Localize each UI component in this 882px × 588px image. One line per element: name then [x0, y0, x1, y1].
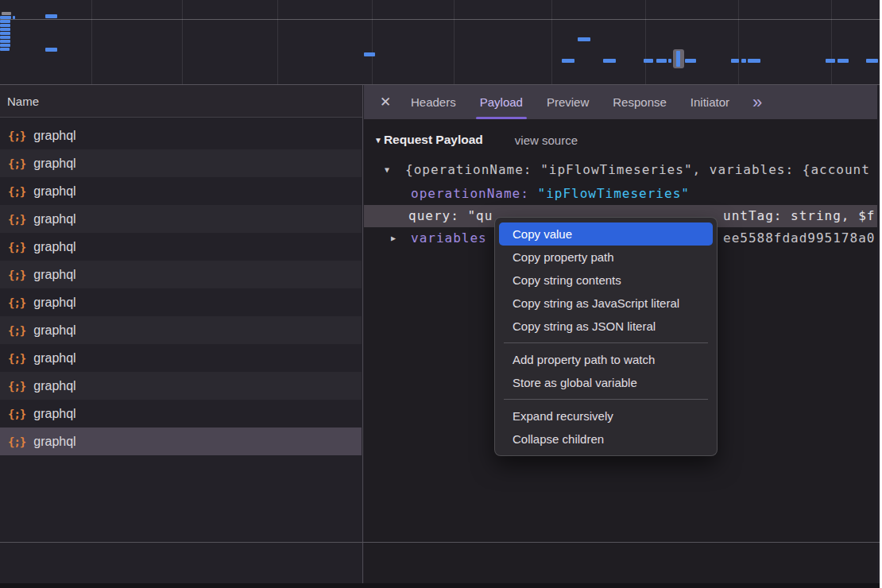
request-name: graphql: [33, 407, 75, 421]
waterfall-bar[interactable]: [0, 48, 10, 51]
request-row[interactable]: {;}graphql: [0, 233, 362, 261]
devtools-network-panel: Name {;}graphql{;}graphql{;}graphql{;}gr…: [0, 0, 880, 588]
menu-item-collapse-children[interactable]: Collapse children: [499, 427, 713, 451]
json-braces-icon: {;}: [8, 241, 25, 253]
menu-item-store-as-global-variable[interactable]: Store as global variable: [499, 371, 713, 394]
waterfall-bar[interactable]: [0, 40, 10, 43]
waterfall-bar[interactable]: [741, 59, 746, 63]
section-collapse-icon[interactable]: ▼: [374, 136, 382, 145]
waterfall-bar[interactable]: [748, 59, 760, 63]
variables-text-right: ee5588fdad995178a0: [723, 227, 875, 250]
waterfall-bar[interactable]: [826, 59, 835, 63]
waterfall-bar[interactable]: [866, 59, 878, 63]
request-row[interactable]: {;}graphql: [0, 205, 362, 233]
overview-selected-marker[interactable]: [673, 49, 684, 68]
expand-arrow-icon[interactable]: ▶: [391, 227, 396, 250]
request-name: graphql: [33, 323, 75, 338]
requests-panel: Name {;}graphql{;}graphql{;}graphql{;}gr…: [0, 85, 363, 583]
json-braces-icon: {;}: [8, 269, 25, 281]
tab-payload[interactable]: Payload: [468, 85, 535, 119]
request-row[interactable]: {;}graphql: [0, 372, 362, 400]
tab-initiator[interactable]: Initiator: [679, 85, 741, 119]
waterfall-bar[interactable]: [668, 59, 671, 63]
waterfall-bar[interactable]: [644, 59, 653, 63]
request-row[interactable]: {;}graphql: [0, 316, 362, 344]
request-name: graphql: [33, 129, 75, 143]
tab-headers[interactable]: Headers: [399, 85, 468, 119]
json-braces-icon: {;}: [8, 324, 25, 337]
name-column-header[interactable]: Name: [0, 85, 362, 118]
waterfall-bar[interactable]: [562, 59, 574, 63]
waterfall-bar[interactable]: [731, 59, 739, 63]
request-row[interactable]: {;}graphql: [0, 261, 362, 288]
request-name: graphql: [33, 379, 75, 393]
menu-separator: [504, 342, 708, 343]
json-braces-icon: {;}: [8, 408, 25, 420]
tabs-container: HeadersPayloadPreviewResponseInitiator: [399, 85, 741, 119]
waterfall-bar[interactable]: [578, 37, 590, 41]
tab-bar: ✕ HeadersPayloadPreviewResponseInitiator…: [364, 85, 877, 119]
overview-gridline: [645, 0, 646, 84]
menu-item-copy-string-contents[interactable]: Copy string contents: [499, 269, 713, 292]
waterfall-bar[interactable]: [0, 36, 10, 39]
collapse-arrow-icon[interactable]: ▼: [385, 159, 389, 181]
section-title: Request Payload: [384, 133, 483, 147]
waterfall-bar[interactable]: [0, 28, 10, 31]
overview-gridline: [738, 0, 739, 84]
request-row[interactable]: {;}graphql: [0, 177, 362, 205]
request-name: graphql: [33, 240, 75, 254]
more-tabs-icon[interactable]: »: [752, 85, 762, 119]
overview-gridline: [0, 19, 880, 20]
payload-root-row[interactable]: ▼ {operationName: "ipFlowTimeseries", va…: [364, 159, 877, 181]
operation-name-row[interactable]: operationName: "ipFlowTimeseries": [364, 183, 877, 205]
request-name: graphql: [33, 157, 75, 171]
waterfall-bar[interactable]: [0, 16, 11, 19]
request-name: graphql: [33, 435, 75, 449]
request-row[interactable]: {;}graphql: [0, 288, 362, 316]
request-row[interactable]: {;}graphql: [0, 427, 362, 455]
waterfall-bar: [676, 51, 680, 67]
overview-gridline: [551, 0, 552, 84]
menu-item-copy-property-path[interactable]: Copy property path: [499, 246, 713, 269]
waterfall-bar[interactable]: [364, 52, 375, 56]
request-row[interactable]: {;}graphql: [0, 122, 362, 149]
request-row[interactable]: {;}graphql: [0, 344, 362, 372]
property-value: "ipFlowTimeseries": [538, 186, 690, 201]
tab-preview[interactable]: Preview: [535, 85, 601, 119]
waterfall-bar[interactable]: [603, 59, 616, 63]
waterfall-bar[interactable]: [2, 12, 11, 15]
tab-response[interactable]: Response: [601, 85, 679, 119]
menu-item-add-property-path-to-watch[interactable]: Add property path to watch: [499, 348, 713, 371]
waterfall-bar[interactable]: [0, 20, 10, 23]
json-braces-icon: {;}: [8, 352, 25, 365]
waterfall-bar[interactable]: [45, 14, 57, 18]
menu-item-expand-recursively[interactable]: Expand recursively: [499, 404, 713, 427]
waterfall-bar[interactable]: [838, 59, 849, 63]
close-icon[interactable]: ✕: [372, 94, 399, 110]
network-overview[interactable]: [0, 0, 880, 85]
waterfall-bar[interactable]: [656, 59, 667, 63]
devtools-screenshot: Name {;}graphql{;}graphql{;}graphql{;}gr…: [0, 0, 882, 588]
json-braces-icon: {;}: [8, 380, 25, 393]
request-row[interactable]: {;}graphql: [0, 400, 362, 427]
property-key: variables: [411, 227, 487, 250]
json-braces-icon: {;}: [8, 213, 25, 226]
waterfall-bar[interactable]: [45, 48, 57, 52]
waterfall-bar[interactable]: [0, 24, 10, 27]
request-name: graphql: [33, 212, 75, 226]
request-name: graphql: [33, 184, 75, 199]
waterfall-bar[interactable]: [13, 16, 15, 19]
waterfall-bar[interactable]: [0, 44, 10, 47]
waterfall-bar[interactable]: [685, 59, 696, 63]
json-braces-icon: {;}: [8, 185, 25, 198]
menu-item-copy-string-as-json-literal[interactable]: Copy string as JSON literal: [499, 315, 713, 338]
menu-item-copy-string-as-javascript-literal[interactable]: Copy string as JavaScript literal: [499, 292, 713, 315]
request-row[interactable]: {;}graphql: [0, 149, 362, 177]
overview-gridline: [277, 0, 278, 84]
request-list: {;}graphql{;}graphql{;}graphql{;}graphql…: [0, 122, 362, 455]
waterfall-bar[interactable]: [0, 32, 10, 35]
menu-item-copy-value[interactable]: Copy value: [499, 222, 713, 246]
property-key: operationName:: [411, 186, 529, 201]
request-payload-header: ▼ Request Payload view source: [364, 119, 877, 147]
view-source-link[interactable]: view source: [515, 133, 578, 147]
